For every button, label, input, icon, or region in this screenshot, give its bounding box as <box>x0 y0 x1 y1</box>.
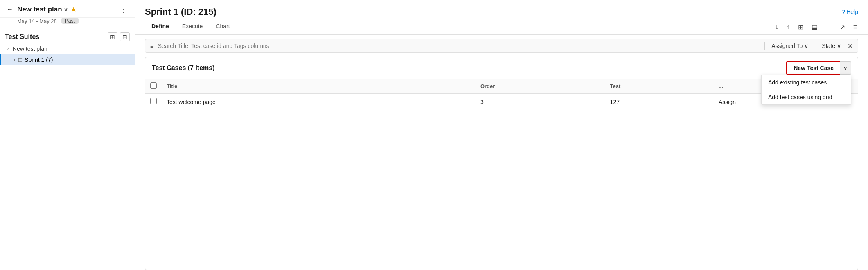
more-options-button[interactable]: ⋮ <box>117 4 130 15</box>
new-test-case-dropdown: Add existing test cases Add test cases u… <box>761 75 851 105</box>
plan-chevron-icon: ∨ <box>64 7 68 13</box>
tabs: Define Execute Chart <box>145 20 237 34</box>
root-label: New test plan <box>13 45 47 52</box>
test-cases-header: Test Cases (7 items) New Test Case ∨ Add… <box>145 57 858 79</box>
upload-icon-button[interactable]: ↑ <box>785 23 791 32</box>
date-range-label: May 14 - May 28 <box>17 18 57 24</box>
help-link[interactable]: ? Help <box>842 9 858 15</box>
filter-icon: ≡ <box>150 43 154 50</box>
add-grid-item[interactable]: Add test cases using grid <box>762 90 851 104</box>
assigned-to-dropdown[interactable]: Assigned To ∨ <box>769 42 811 50</box>
download-icon-button[interactable]: ↓ <box>774 23 780 32</box>
tabs-toolbar: Define Execute Chart ↓ ↑ ⊞ ⬓ ☰ ↗ ≡ <box>135 20 868 35</box>
tab-define[interactable]: Define <box>145 20 176 34</box>
close-filter-button[interactable]: ✕ <box>848 42 853 50</box>
test-suites-header: Test Suites ⊞ ⊟ <box>0 28 135 44</box>
back-button[interactable]: ← <box>5 5 15 14</box>
panel-icon-button[interactable]: ⬓ <box>810 23 819 32</box>
child-label: Sprint 1 (7) <box>25 57 53 63</box>
row-order-cell: 3 <box>476 94 605 110</box>
star-icon[interactable]: ★ <box>70 5 77 14</box>
state-label: State <box>822 43 835 49</box>
state-dropdown[interactable]: State ∨ <box>819 42 843 50</box>
col-header-order: Order <box>476 79 605 94</box>
past-badge: Past <box>61 18 79 24</box>
row-checkbox[interactable] <box>150 98 157 104</box>
tree-root-item[interactable]: ∨ New test plan <box>0 44 135 54</box>
plan-name-label: New test plan <box>17 5 62 14</box>
root-expand-button[interactable]: ∨ <box>5 46 10 52</box>
row-checkbox-cell <box>145 94 162 110</box>
table-row: Test welcome page 3 127 Assign <box>145 94 858 110</box>
new-test-case-group: New Test Case ∨ Add existing test cases … <box>786 61 851 75</box>
filter-row: ≡ Assigned To ∨ State ∨ ✕ <box>145 39 858 53</box>
tab-chart[interactable]: Chart <box>209 20 236 34</box>
expand-icon-button[interactable]: ↗ <box>839 23 846 32</box>
test-cases-title: Test Cases (7 items) <box>152 64 215 72</box>
select-all-checkbox[interactable] <box>150 82 157 89</box>
assigned-to-chevron-icon: ∨ <box>804 43 808 49</box>
filter-separator-2 <box>815 42 815 50</box>
tree-child-item[interactable]: › □ Sprint 1 (7) <box>0 54 135 65</box>
test-cases-section: Test Cases (7 items) New Test Case ∨ Add… <box>145 57 858 270</box>
col-header-title: Title <box>162 79 476 94</box>
columns-icon-button[interactable]: ☰ <box>825 23 833 32</box>
grid-icon-button[interactable]: ⊞ <box>797 23 805 32</box>
search-input[interactable] <box>158 43 761 49</box>
date-row: May 14 - May 28 Past <box>0 18 135 28</box>
help-icon: ? <box>842 9 845 15</box>
table-header-row: Title Order Test ... <box>145 79 858 94</box>
sidebar-header: ← New test plan ∨ ★ ⋮ <box>0 0 135 18</box>
tab-execute[interactable]: Execute <box>176 20 210 34</box>
folder-icon: □ <box>18 56 22 63</box>
assigned-to-label: Assigned To <box>771 43 803 49</box>
help-label: Help <box>846 9 858 15</box>
child-expand-button[interactable]: › <box>13 57 16 63</box>
new-test-case-chevron-button[interactable]: ∨ <box>840 61 851 75</box>
filter-separator <box>764 42 765 50</box>
sprint-title: Sprint 1 (ID: 215) <box>145 7 216 17</box>
col-header-checkbox <box>145 79 162 94</box>
remove-suite-button[interactable]: ⊟ <box>120 32 130 41</box>
state-chevron-icon: ∨ <box>837 43 841 49</box>
suite-actions: ⊞ ⊟ <box>108 32 130 41</box>
row-test-cell: 127 <box>605 94 714 110</box>
add-existing-item[interactable]: Add existing test cases <box>762 75 851 90</box>
new-test-case-button[interactable]: New Test Case <box>786 61 840 75</box>
main-content: Sprint 1 (ID: 215) ? Help Define Execute… <box>135 0 868 270</box>
test-cases-table: Title Order Test ... Test welcome page 3… <box>145 79 858 110</box>
sidebar: ← New test plan ∨ ★ ⋮ May 14 - May 28 Pa… <box>0 0 135 270</box>
main-header: Sprint 1 (ID: 215) ? Help <box>135 0 868 17</box>
col-header-test: Test <box>605 79 714 94</box>
add-suite-button[interactable]: ⊞ <box>108 32 117 41</box>
test-suites-title: Test Suites <box>5 33 39 41</box>
row-title-cell: Test welcome page <box>162 94 476 110</box>
filter-lines-icon-button[interactable]: ≡ <box>852 23 858 32</box>
plan-name-button[interactable]: New test plan ∨ <box>17 5 68 14</box>
toolbar-icons: ↓ ↑ ⊞ ⬓ ☰ ↗ ≡ <box>774 23 858 32</box>
